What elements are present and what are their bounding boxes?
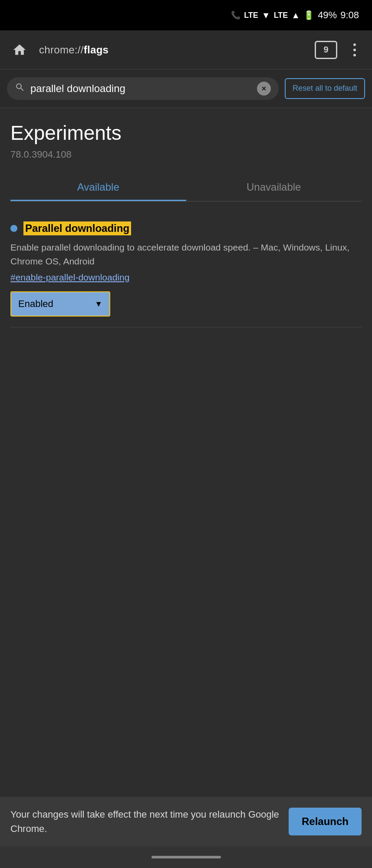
menu-dot-3 xyxy=(353,54,356,56)
url-bold: flags xyxy=(84,44,109,56)
reset-all-button[interactable]: Reset all to default xyxy=(285,78,365,99)
menu-dot-1 xyxy=(353,43,356,46)
search-input[interactable] xyxy=(30,83,252,95)
address-bar[interactable]: chrome://flags xyxy=(39,44,306,56)
content-spacer xyxy=(10,327,362,588)
url-prefix: chrome:// xyxy=(39,44,84,56)
tab-unavailable[interactable]: Unavailable xyxy=(186,173,362,201)
tab-count-label: 9 xyxy=(323,45,328,55)
home-icon xyxy=(12,43,27,57)
search-icon xyxy=(15,82,25,95)
signal-icon: ▲ xyxy=(291,10,300,20)
home-button[interactable] xyxy=(9,39,30,61)
page-title: Experiments xyxy=(10,121,362,145)
phone-lte-icon: 📞 xyxy=(231,10,240,20)
flag-item-parallel-downloading: Parallel downloading Enable parallel dow… xyxy=(10,215,362,327)
flag-description: Enable parallel downloading to accelerat… xyxy=(10,241,362,268)
battery-percent: 49% xyxy=(318,10,337,21)
dropdown-arrow-icon: ▼ xyxy=(95,300,102,309)
tabs-container: Available Unavailable xyxy=(10,173,362,201)
reset-label: Reset all to default xyxy=(293,84,357,92)
search-bar-container: × Reset all to default xyxy=(0,69,372,108)
flag-status-dot xyxy=(10,225,17,232)
wifi-icon: ▼ xyxy=(262,10,270,20)
lte-label-1: LTE xyxy=(244,11,258,20)
home-indicator-bar xyxy=(151,856,221,858)
menu-dot-2 xyxy=(353,49,356,51)
tab-available-label: Available xyxy=(77,181,119,193)
menu-button[interactable] xyxy=(346,39,363,61)
tab-unavailable-label: Unavailable xyxy=(247,181,301,193)
main-content: Experiments 78.0.3904.108 Available Unav… xyxy=(0,108,372,797)
status-bar: 📞 LTE ▼ LTE ▲ 🔋 49% 9:08 xyxy=(0,0,372,30)
battery-icon: 🔋 xyxy=(303,10,314,20)
home-indicator xyxy=(0,846,372,868)
status-icons: 📞 LTE ▼ LTE ▲ 🔋 49% 9:08 xyxy=(231,10,359,21)
lte-label-2: LTE xyxy=(274,11,288,20)
tab-count-button[interactable]: 9 xyxy=(315,41,337,59)
flag-header: Parallel downloading xyxy=(10,221,362,235)
search-wrapper: × xyxy=(7,77,279,100)
flag-dropdown[interactable]: Enabled ▼ xyxy=(10,291,110,317)
bottom-message: Your changes will take effect the next t… xyxy=(10,807,280,836)
tab-available[interactable]: Available xyxy=(10,173,186,201)
bottom-bar: Your changes will take effect the next t… xyxy=(0,797,372,846)
clear-button[interactable]: × xyxy=(257,82,271,96)
clear-icon: × xyxy=(262,84,267,93)
clock: 9:08 xyxy=(340,10,359,21)
flag-anchor-link[interactable]: #enable-parallel-downloading xyxy=(10,272,362,283)
relaunch-button[interactable]: Relaunch xyxy=(289,808,362,835)
flag-dropdown-value: Enabled xyxy=(18,298,53,310)
version-text: 78.0.3904.108 xyxy=(10,149,362,160)
flag-title: Parallel downloading xyxy=(23,221,131,235)
relaunch-label: Relaunch xyxy=(302,815,349,827)
browser-navbar: chrome://flags 9 xyxy=(0,30,372,69)
